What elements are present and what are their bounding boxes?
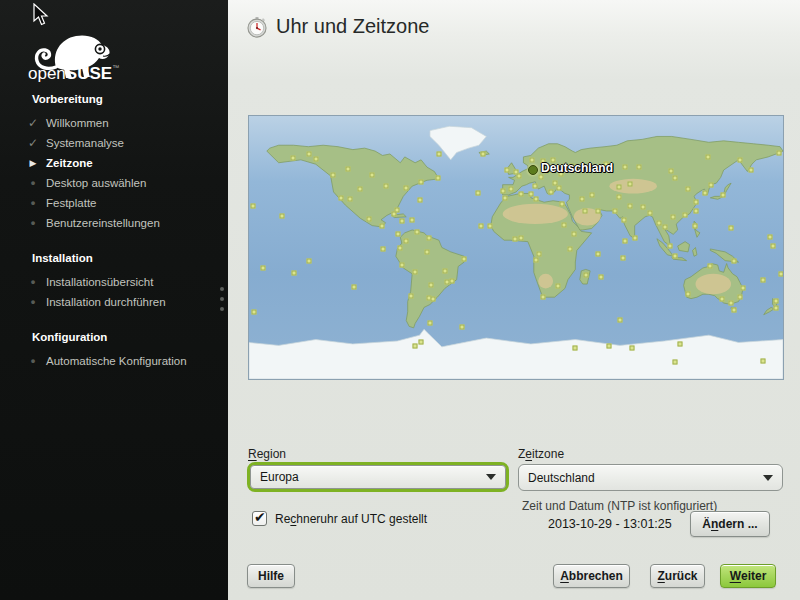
timezone-city-marker[interactable] bbox=[768, 235, 773, 240]
timezone-city-marker[interactable] bbox=[427, 235, 432, 240]
timezone-city-marker[interactable] bbox=[307, 151, 312, 156]
timezone-city-marker[interactable] bbox=[721, 193, 726, 198]
timezone-city-marker[interactable] bbox=[419, 180, 424, 185]
timezone-city-marker[interactable] bbox=[533, 258, 538, 263]
timezone-city-marker[interactable] bbox=[533, 197, 538, 202]
timezone-city-marker[interactable] bbox=[621, 256, 626, 261]
timezone-city-marker[interactable] bbox=[369, 172, 374, 177]
sidebar-splitter-handle[interactable] bbox=[220, 287, 226, 317]
timezone-city-marker[interactable] bbox=[536, 251, 541, 256]
timezone-city-marker[interactable] bbox=[384, 184, 389, 189]
timezone-city-marker[interactable] bbox=[632, 235, 637, 240]
timezone-city-marker[interactable] bbox=[618, 317, 623, 322]
timezone-city-marker[interactable] bbox=[347, 196, 352, 201]
timezone-city-marker[interactable] bbox=[487, 223, 492, 228]
timezone-city-marker[interactable] bbox=[538, 175, 543, 180]
timezone-city-marker[interactable] bbox=[549, 190, 554, 195]
timezone-city-marker[interactable] bbox=[773, 299, 778, 304]
timezone-city-marker[interactable] bbox=[584, 273, 589, 278]
timezone-city-marker[interactable] bbox=[400, 219, 405, 224]
timezone-city-marker[interactable] bbox=[629, 345, 634, 350]
timezone-city-marker[interactable] bbox=[541, 294, 546, 299]
timezone-city-marker[interactable] bbox=[338, 195, 343, 200]
timezone-city-marker[interactable] bbox=[670, 214, 675, 219]
timezone-city-marker[interactable] bbox=[596, 208, 601, 213]
timezone-city-marker[interactable] bbox=[519, 236, 524, 241]
timezone-city-marker[interactable] bbox=[413, 344, 418, 349]
timezone-city-marker[interactable] bbox=[418, 340, 423, 345]
timezone-city-marker[interactable] bbox=[481, 151, 486, 156]
timezone-city-marker[interactable] bbox=[596, 252, 601, 257]
timezone-city-marker[interactable] bbox=[279, 214, 284, 219]
timezone-city-marker[interactable] bbox=[738, 294, 743, 299]
timezone-city-marker[interactable] bbox=[568, 247, 573, 252]
timezone-city-marker[interactable] bbox=[504, 167, 509, 172]
timezone-city-marker[interactable] bbox=[732, 308, 737, 313]
timezone-city-marker[interactable] bbox=[648, 210, 653, 215]
timezone-city-marker[interactable] bbox=[656, 221, 661, 226]
timezone-city-marker[interactable] bbox=[508, 186, 513, 191]
timezone-city-marker[interactable] bbox=[732, 259, 737, 264]
timezone-city-marker[interactable] bbox=[672, 175, 677, 180]
timezone-city-marker[interactable] bbox=[518, 191, 523, 196]
timezone-city-marker[interactable] bbox=[719, 296, 724, 301]
timezone-city-marker[interactable] bbox=[358, 187, 363, 192]
timezone-city-marker[interactable] bbox=[778, 272, 783, 277]
timezone-city-marker[interactable] bbox=[560, 201, 565, 206]
back-button[interactable]: Zurück bbox=[650, 564, 705, 588]
timezone-city-marker[interactable] bbox=[557, 185, 562, 190]
timezone-city-marker[interactable] bbox=[413, 269, 418, 274]
timezone-city-marker[interactable] bbox=[552, 180, 557, 185]
timezone-city-marker[interactable] bbox=[622, 239, 627, 244]
timezone-city-marker[interactable] bbox=[351, 285, 356, 290]
region-select[interactable]: Europa bbox=[250, 465, 506, 489]
utc-checkbox-label[interactable]: Rechneruhr auf UTC gestellt bbox=[275, 512, 427, 526]
timezone-city-marker[interactable] bbox=[694, 208, 699, 213]
timezone-city-marker[interactable] bbox=[694, 200, 699, 205]
timezone-city-marker[interactable] bbox=[760, 278, 765, 283]
timezone-city-marker[interactable] bbox=[668, 168, 673, 173]
timezone-city-marker[interactable] bbox=[728, 225, 733, 230]
timezone-city-marker[interactable] bbox=[403, 238, 408, 243]
timezone-city-marker[interactable] bbox=[628, 182, 633, 187]
timezone-city-marker[interactable] bbox=[770, 243, 775, 248]
timezone-city-marker[interactable] bbox=[428, 320, 433, 325]
timezone-city-marker[interactable] bbox=[500, 188, 505, 193]
timezone-city-marker[interactable] bbox=[667, 243, 672, 248]
timezone-city-marker[interactable] bbox=[616, 195, 621, 200]
timezone-world-map[interactable]: Deutschland bbox=[248, 115, 784, 380]
timezone-city-marker[interactable] bbox=[381, 246, 386, 251]
timezone-city-marker[interactable] bbox=[729, 300, 734, 305]
timezone-city-marker[interactable] bbox=[436, 176, 441, 181]
timezone-city-marker[interactable] bbox=[252, 309, 257, 314]
timezone-city-marker[interactable] bbox=[449, 278, 454, 283]
timezone-city-marker[interactable] bbox=[410, 218, 415, 223]
utc-checkbox[interactable]: ✔ bbox=[252, 511, 267, 526]
timezone-city-marker[interactable] bbox=[479, 223, 484, 228]
timezone-city-marker[interactable] bbox=[579, 196, 584, 201]
timezone-city-marker[interactable] bbox=[414, 230, 419, 235]
timezone-city-marker[interactable] bbox=[409, 294, 414, 299]
timezone-city-marker[interactable] bbox=[250, 204, 255, 209]
timezone-city-marker[interactable] bbox=[607, 344, 612, 349]
timezone-city-marker[interactable] bbox=[417, 198, 422, 203]
timezone-city-marker[interactable] bbox=[685, 292, 690, 297]
timezone-city-marker[interactable] bbox=[740, 285, 745, 290]
change-datetime-button[interactable]: Ändern ... bbox=[690, 511, 770, 537]
timezone-city-marker[interactable] bbox=[583, 209, 588, 214]
timezone-city-marker[interactable] bbox=[532, 184, 537, 189]
timezone-city-marker[interactable] bbox=[403, 186, 408, 191]
timezone-city-marker[interactable] bbox=[399, 263, 404, 268]
timezone-city-marker[interactable] bbox=[709, 182, 714, 187]
timezone-city-marker[interactable] bbox=[672, 360, 677, 365]
timezone-city-marker[interactable] bbox=[367, 217, 372, 222]
next-button[interactable]: Weiter bbox=[720, 564, 776, 588]
timezone-city-marker[interactable] bbox=[442, 268, 447, 273]
timezone-city-marker[interactable] bbox=[313, 156, 318, 161]
timezone-city-marker[interactable] bbox=[424, 249, 429, 254]
timezone-city-marker[interactable] bbox=[528, 191, 533, 196]
timezone-city-marker[interactable] bbox=[628, 203, 633, 208]
timezone-select[interactable]: Deutschland bbox=[518, 464, 783, 491]
timezone-city-marker[interactable] bbox=[571, 232, 576, 237]
timezone-city-marker[interactable] bbox=[391, 211, 396, 216]
